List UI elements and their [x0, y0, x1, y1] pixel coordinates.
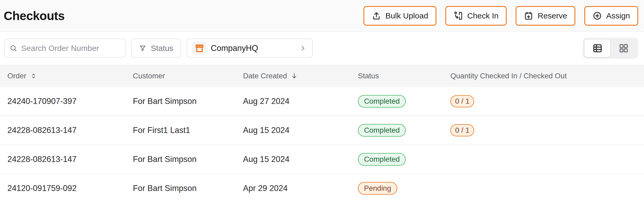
date-created-cell: Apr 29 2024 [243, 184, 358, 193]
filter-bar: Status CompanyHQ [0, 32, 644, 65]
search-icon [10, 44, 17, 52]
check-in-icon [454, 11, 463, 21]
order-number-cell: 24228-082613-147 [7, 126, 133, 135]
date-created-cell: Aug 27 2024 [243, 97, 358, 106]
date-created-cell: Aug 15 2024 [243, 126, 358, 135]
reserve-label: Reserve [538, 11, 567, 20]
column-header-status[interactable]: Status [358, 72, 450, 80]
filter-funnel-icon [139, 44, 147, 52]
column-header-date-created[interactable]: Date Created [243, 72, 358, 80]
grid-view-icon [618, 43, 629, 54]
order-search-box[interactable] [4, 39, 125, 58]
column-label: Status [358, 72, 379, 80]
customer-cell: For Bart Simpson [133, 184, 243, 193]
table-header-row: Order Customer Date Created Status Quant… [0, 65, 644, 87]
location-name: CompanyHQ [211, 44, 258, 53]
table-view-icon [592, 43, 603, 54]
status-badge: Completed [358, 95, 406, 108]
order-number-cell: 24228-082613-147 [7, 155, 133, 164]
status-filter-label: Status [151, 44, 173, 53]
column-label: Date Created [243, 72, 287, 80]
sort-both-icon[interactable] [30, 72, 37, 80]
chevron-right-icon [299, 44, 307, 52]
status-badge: Completed [358, 124, 406, 137]
upload-icon [372, 11, 381, 21]
customer-cell: For Bart Simpson [133, 97, 243, 106]
calendar-plus-icon [524, 11, 533, 21]
status-badge: Pending [358, 182, 397, 195]
view-toggle [583, 38, 638, 59]
column-label: Customer [133, 72, 165, 80]
order-number-cell: 24120-091759-092 [7, 184, 133, 193]
store-icon-wrap [192, 41, 207, 55]
page-title: Checkouts [4, 9, 65, 23]
quantity-badge: 0 / 1 [450, 124, 474, 136]
status-badge: Completed [358, 153, 406, 166]
reserve-button[interactable]: Reserve [516, 6, 575, 26]
column-header-customer[interactable]: Customer [133, 72, 243, 80]
bulk-upload-label: Bulk Upload [385, 11, 428, 20]
grid-view-button[interactable] [611, 40, 636, 57]
table-row[interactable]: 24228-082613-147 For Bart Simpson Aug 15… [0, 145, 644, 174]
location-selector[interactable]: CompanyHQ [186, 39, 313, 58]
column-label: Order [7, 72, 26, 80]
date-created-cell: Aug 15 2024 [243, 155, 358, 164]
table-row[interactable]: 24240-170907-397 For Bart Simpson Aug 27… [0, 87, 644, 116]
status-filter-button[interactable]: Status [131, 39, 181, 58]
check-in-label: Check In [467, 11, 498, 20]
table-view-button[interactable] [585, 40, 610, 57]
order-number-cell: 24240-170907-397 [7, 97, 133, 106]
page-header: Checkouts Bulk Upload Check In Reserve A… [0, 0, 644, 32]
check-in-button[interactable]: Check In [445, 6, 507, 26]
column-header-order[interactable]: Order [7, 72, 133, 80]
header-actions: Bulk Upload Check In Reserve Assign [363, 6, 638, 26]
table-row[interactable]: 24120-091759-092 For Bart Simpson Apr 29… [0, 174, 644, 201]
plus-circle-icon [592, 11, 602, 21]
column-label: Quantity Checked In / Checked Out [450, 72, 567, 80]
assign-label: Assign [606, 11, 630, 20]
search-input[interactable] [21, 44, 123, 53]
column-header-quantity[interactable]: Quantity Checked In / Checked Out [450, 72, 644, 80]
storefront-icon [194, 43, 204, 53]
customer-cell: For First1 Last1 [133, 126, 243, 135]
assign-button[interactable]: Assign [584, 6, 638, 26]
quantity-badge: 0 / 1 [450, 95, 474, 107]
arrow-down-icon[interactable] [291, 72, 298, 80]
bulk-upload-button[interactable]: Bulk Upload [363, 6, 436, 26]
table-row[interactable]: 24228-082613-147 For First1 Last1 Aug 15… [0, 116, 644, 145]
customer-cell: For Bart Simpson [133, 155, 243, 164]
